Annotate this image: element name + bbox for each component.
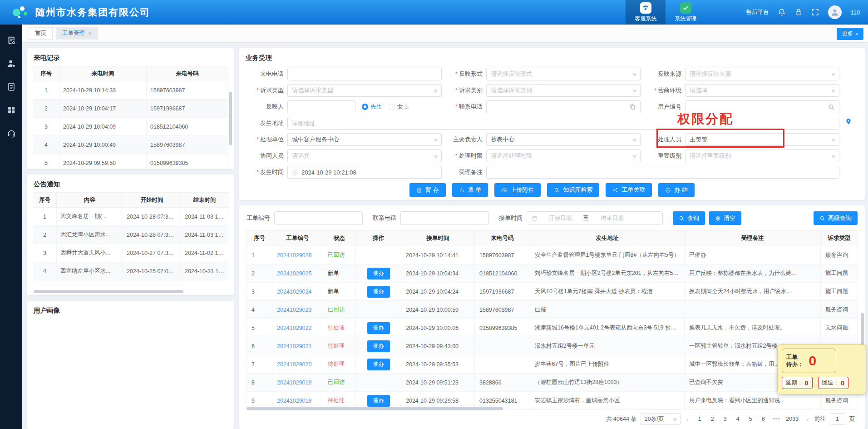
- end-date-placeholder[interactable]: 结束日期: [601, 214, 624, 222]
- page-number[interactable]: 1: [694, 414, 705, 424]
- contact-phone-input[interactable]: [486, 100, 641, 113]
- clear-button[interactable]: 清空: [709, 211, 741, 225]
- order-link-button[interactable]: 工单关联: [606, 183, 652, 197]
- importance-select[interactable]: 请选择重要级别∨: [685, 150, 839, 162]
- after-sales-platform-link[interactable]: 售后平台: [745, 8, 769, 16]
- urge-button[interactable]: 催办: [367, 395, 390, 407]
- user-star-icon[interactable]: [6, 59, 16, 69]
- doc-gear-icon[interactable]: [6, 35, 16, 45]
- todo-count: 0: [809, 353, 817, 369]
- order-number-link[interactable]: 20241029022: [277, 325, 311, 331]
- page-number[interactable]: 3: [720, 414, 730, 424]
- todo-sub-row: 延期：0 回退：0: [782, 377, 862, 389]
- call-record-row[interactable]: 1 2024-10-29 10:14:33 15897603987: [33, 81, 228, 100]
- todo-popup[interactable]: 工单 待办： 0 延期：0 回退：0: [777, 344, 866, 394]
- page-number[interactable]: 6: [758, 414, 769, 424]
- order-number-link[interactable]: 20241029025: [277, 270, 311, 277]
- co-worker-select[interactable]: 请选择∨: [287, 150, 442, 162]
- order-number-link[interactable]: 20241029026: [277, 252, 311, 259]
- chevron-left-icon[interactable]: ‹: [685, 416, 690, 423]
- call-phone-input[interactable]: [287, 68, 442, 80]
- call-record-row[interactable]: 5 2024-10-29 09:59:50 015899639385: [33, 154, 228, 170]
- headset-icon[interactable]: [6, 128, 16, 138]
- horizontal-scrollbar-thumb[interactable]: [247, 407, 503, 410]
- page-list: 123456: [694, 414, 769, 424]
- appeal-category-label: 诉求类别: [445, 86, 483, 95]
- appeal-type-select[interactable]: 请选择诉求类型∨: [287, 84, 442, 97]
- lock-icon[interactable]: [794, 8, 803, 16]
- start-date-placeholder[interactable]: 开始日期: [549, 214, 572, 222]
- knowledge-search-button[interactable]: 知识库检索: [547, 183, 599, 197]
- order-number-link[interactable]: 20241029019: [277, 379, 311, 386]
- occur-time-picker[interactable]: 2024-10-29 10:21:08: [287, 166, 442, 179]
- business-accept-card: 业务受理 来电电话 反映形式 请选择反映形式∨ 反映来源 请选择反映来源∨ 诉求…: [239, 48, 865, 200]
- copy-icon[interactable]: [629, 104, 636, 110]
- search-button[interactable]: 查询: [673, 211, 705, 225]
- handle-unit-select[interactable]: 城中客户服务中心∨: [287, 133, 442, 146]
- gender-radio-male[interactable]: 先生: [362, 103, 382, 111]
- accept-time-range-picker[interactable]: 开始日期 至 结束日期: [527, 211, 663, 225]
- reflect-form-select[interactable]: 请选择反映形式∨: [486, 68, 641, 80]
- urge-button[interactable]: 催办: [367, 286, 390, 298]
- order-no-input[interactable]: [274, 211, 363, 225]
- urge-button[interactable]: 催办: [367, 359, 390, 370]
- page-number[interactable]: 5: [745, 414, 756, 424]
- more-button[interactable]: 更多∨: [837, 28, 863, 40]
- location-pin-icon[interactable]: [845, 118, 852, 125]
- scrollbar-thumb[interactable]: [229, 92, 232, 145]
- search-icon[interactable]: [828, 104, 835, 110]
- nav-customer-service-system[interactable]: 客服系统: [626, 0, 666, 25]
- bell-icon[interactable]: [778, 8, 786, 16]
- reflect-source-select[interactable]: 请选择反映来源∨: [685, 68, 839, 80]
- goto-page-input[interactable]: [830, 413, 845, 425]
- tab-home[interactable]: 首页: [29, 27, 53, 40]
- address-input[interactable]: [287, 117, 839, 130]
- page-number[interactable]: 4: [732, 414, 743, 424]
- appeal-category-select[interactable]: 请选择诉求类别∨: [486, 84, 641, 97]
- upload-attachment-button[interactable]: 上传附件: [494, 183, 541, 197]
- doc-icon[interactable]: [6, 82, 16, 92]
- system-nav: 客服系统 系统管理: [626, 0, 705, 25]
- notice-row[interactable]: 4 因塞纳左岸小区水... 2024-10-25 07:00:00 2024-1…: [33, 262, 228, 280]
- urge-button[interactable]: 催办: [367, 340, 390, 352]
- order-number-link[interactable]: 20241029018: [277, 398, 311, 404]
- page-number[interactable]: 2: [707, 414, 718, 424]
- business-env-select[interactable]: 请选择∨: [685, 84, 839, 97]
- reporter-input[interactable]: [287, 100, 355, 113]
- dispatch-button[interactable]: 派 单: [452, 183, 488, 197]
- order-number-link[interactable]: 20241029021: [277, 343, 311, 349]
- nav-system-management[interactable]: 系统管理: [666, 0, 705, 25]
- call-record-row[interactable]: 4 2024-10-29 10:00:49 15897603987: [33, 136, 228, 154]
- chevron-right-icon[interactable]: ›: [804, 416, 810, 423]
- tab-work-order[interactable]: 工单受理 ×: [56, 27, 98, 40]
- order-number-link[interactable]: 20241029023: [277, 307, 311, 313]
- call-record-row[interactable]: 3 2024-10-29 10:04:09 018512104060: [33, 118, 228, 136]
- save-draft-button[interactable]: 暂 存: [409, 183, 446, 197]
- notice-row[interactable]: 3 因舜井大道天风小... 2024-10-27 07:30:00 2024-1…: [33, 244, 228, 262]
- urge-button[interactable]: 催办: [367, 322, 390, 334]
- gender-radio-female[interactable]: 女士: [389, 103, 409, 111]
- order-number-link[interactable]: 20241029024: [277, 289, 311, 295]
- page-size-select[interactable]: 20条/页∨: [641, 413, 681, 425]
- urge-button[interactable]: 催办: [367, 268, 390, 279]
- call-record-row[interactable]: 2 2024-10-29 10:04:17 15971936687: [33, 100, 228, 118]
- scrollbar-thumb[interactable]: [34, 290, 183, 293]
- order-number-link[interactable]: 20241029020: [277, 361, 311, 368]
- grid-icon[interactable]: [6, 105, 16, 115]
- close-icon[interactable]: ×: [88, 30, 92, 37]
- accept-note-input[interactable]: [486, 166, 839, 179]
- business-accept-form: 来电电话 反映形式 请选择反映形式∨ 反映来源 请选择反映来源∨ 诉求类型 请选…: [239, 66, 865, 179]
- notice-row[interactable]: 2 因汇龙湾小区需水... 2024-10-28 07:30:00 2024-1…: [33, 226, 228, 244]
- main-manager-select[interactable]: 抄表中心∨: [486, 133, 641, 146]
- user-avatar[interactable]: [828, 5, 842, 19]
- last-page-number[interactable]: 2033: [784, 414, 800, 424]
- more-pages-icon[interactable]: •••: [773, 416, 780, 422]
- fullscreen-icon[interactable]: [811, 8, 819, 16]
- finish-button[interactable]: 办 结: [658, 183, 695, 197]
- handler-select[interactable]: 王赟赟∨: [685, 133, 839, 146]
- order-row: 3 20241029024 新单 催办 2024-10-29 10:04:24 …: [247, 283, 858, 301]
- advanced-search-button[interactable]: 高级查询: [814, 211, 858, 225]
- phone-input[interactable]: [400, 211, 489, 225]
- notice-row[interactable]: 1 因文峰名居一期(... 2024-10-28 07:30:00 2024-1…: [33, 208, 228, 226]
- handle-limit-select[interactable]: 请选择处理时限∨: [486, 150, 641, 162]
